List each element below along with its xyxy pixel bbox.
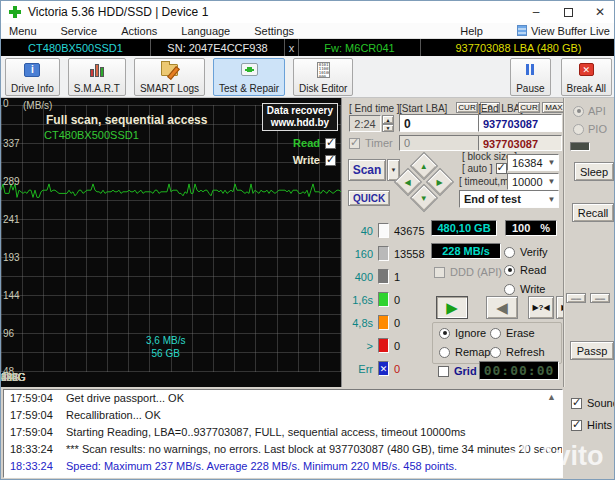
device-model[interactable]: CT480BX500SSD1: [1, 39, 151, 56]
folder-pencil-icon: [159, 61, 179, 79]
log-line-speed-summary: 18:33:24Speed: Maximum 237 MB/s. Average…: [4, 458, 562, 475]
ddd-checkbox: [434, 267, 445, 278]
menu-item-language[interactable]: Language: [169, 25, 242, 37]
remap-radio[interactable]: [439, 347, 450, 358]
device-info-bar: CT480BX500SSD1 SN: 2047E4CCF938 x Fw: M6…: [1, 39, 615, 56]
remap-radio-row[interactable]: Remap: [439, 346, 490, 358]
block-size-combo[interactable]: 16384 ▼: [507, 154, 559, 171]
write-radio[interactable]: [504, 284, 515, 295]
x-tick: 448G: [1, 372, 25, 383]
menu-item-service[interactable]: Service: [49, 25, 110, 37]
disk-editor-button[interactable]: 010110 110011 101000 000 Disk Editor: [293, 58, 353, 96]
y-tick: 0: [3, 98, 9, 109]
menu-item-help[interactable]: Help: [450, 25, 493, 37]
left-arrow-icon: ◀: [405, 178, 411, 187]
view-buffer-live-button[interactable]: View Buffer Live: [517, 25, 615, 37]
close-button[interactable]: ✕: [584, 1, 615, 23]
smart-bars-icon: [87, 61, 107, 79]
smart-button[interactable]: S.M.A.R.T: [68, 58, 126, 96]
end-lba-input[interactable]: 937703087: [478, 114, 562, 132]
chevron-down-icon: ▼: [545, 195, 558, 204]
down-arrow-icon: ▼: [420, 193, 428, 202]
quick-button[interactable]: QUICK: [348, 190, 390, 206]
maximize-button[interactable]: [552, 1, 584, 23]
end-action-combo[interactable]: End of test ▼: [459, 190, 559, 208]
mini-button-2[interactable]: ▬▬: [590, 293, 610, 303]
pause-icon: [520, 61, 540, 79]
legend-row: >0: [345, 338, 400, 353]
read-radio-row[interactable]: Read: [504, 264, 546, 276]
pio-radio: [573, 124, 584, 135]
pause-button[interactable]: Pause: [510, 58, 550, 96]
scan-button[interactable]: Scan: [348, 159, 386, 181]
timeout-combo[interactable]: 10000 ▼: [507, 173, 559, 190]
refresh-radio-row[interactable]: Refresh: [490, 346, 545, 358]
grid-checkbox[interactable]: [438, 366, 449, 377]
write-checkbox[interactable]: [325, 155, 336, 166]
log-line: 18:33:24*** Scan results: no warnings, n…: [4, 441, 562, 458]
end-lba-result: 937703087: [478, 135, 562, 151]
break-all-button[interactable]: ✕ Break All: [561, 58, 612, 96]
speed-graph[interactable]: 337 289 241 193 144 96 48 0 (MB/s) 0 64G…: [1, 98, 342, 387]
y-tick: 241: [3, 214, 20, 225]
y-tick: 337: [3, 138, 20, 149]
erase-radio[interactable]: [490, 328, 501, 339]
api-radio: [573, 106, 584, 117]
end-time-spinner[interactable]: ▲ ▼: [382, 115, 394, 132]
timer-toggle[interactable]: Timer: [349, 137, 393, 149]
drive-info-button[interactable]: i Drive Info: [5, 58, 60, 96]
test-repair-button[interactable]: Test & Repair: [213, 58, 285, 96]
minimize-button[interactable]: –: [520, 1, 552, 23]
sound-toggle[interactable]: Sound: [571, 397, 615, 409]
start-test-button[interactable]: ▶: [436, 296, 468, 319]
hints-checkbox[interactable]: [571, 420, 582, 431]
reverse-button[interactable]: ◀: [486, 296, 518, 319]
grid-toggle[interactable]: Grid: [438, 365, 477, 377]
recall-button[interactable]: Recall: [572, 203, 614, 222]
log-line: 17:59:04Recallibration... OK: [4, 407, 562, 424]
legend-row: 4001: [345, 269, 400, 284]
timer-checkbox[interactable]: [349, 138, 360, 149]
verify-radio[interactable]: [504, 247, 515, 258]
write-toggle[interactable]: Write: [293, 154, 336, 166]
spin-down-icon[interactable]: ▼: [382, 124, 394, 132]
device-x-flag: x: [285, 39, 299, 56]
read-toggle[interactable]: Read: [293, 137, 336, 149]
legend-row: 4,8s0: [345, 315, 400, 330]
y-axis-unit: (MB/s): [23, 100, 52, 111]
auto-toggle[interactable]: [ auto ]: [462, 163, 507, 174]
scan-mode-title: Full scan, sequential access: [46, 113, 207, 127]
y-tick: 289: [3, 176, 20, 187]
end-lba-label: [End LBA]: [478, 103, 523, 114]
title-bar: Victoria 5.36 HDD/SSD | Device 1 – ✕: [1, 1, 615, 23]
legend-row: 4043675: [345, 223, 425, 238]
smart-logs-button[interactable]: SMART Logs: [134, 58, 205, 96]
ignore-radio[interactable]: [439, 328, 450, 339]
passport-button[interactable]: Passp: [570, 341, 614, 360]
start-lba-cur-button[interactable]: CUR: [456, 102, 478, 113]
hints-toggle[interactable]: Hints: [571, 419, 612, 431]
end-lba-cur-button[interactable]: CUR: [518, 102, 540, 113]
read-checkbox[interactable]: [325, 138, 336, 149]
pio-mode-row: PIO: [573, 123, 607, 135]
sound-checkbox[interactable]: [571, 398, 582, 409]
ignore-radio-row[interactable]: Ignore: [439, 327, 486, 339]
log-panel[interactable]: 17:59:04Get drive passport... OK 17:59:0…: [3, 389, 563, 478]
erase-radio-row[interactable]: Erase: [490, 327, 535, 339]
spin-up-icon[interactable]: ▲: [382, 115, 394, 124]
verify-radio-row[interactable]: Verify: [504, 246, 548, 258]
progress-display: 100%: [505, 220, 557, 236]
log-line: 17:59:04Starting Reading, LBA=0..9377030…: [4, 424, 562, 441]
read-radio[interactable]: [504, 265, 515, 276]
jump-to-defect-button[interactable]: ▶?◀: [528, 296, 554, 319]
auto-checkbox[interactable]: [496, 163, 507, 174]
write-radio-row[interactable]: Write: [504, 283, 545, 295]
scroll-up-icon[interactable]: ▲: [547, 392, 556, 402]
menu-item-settings[interactable]: Settings: [242, 25, 306, 37]
refresh-radio[interactable]: [490, 347, 501, 358]
mini-button-1[interactable]: ▬▬: [566, 293, 586, 303]
menu-item-menu[interactable]: Menu: [1, 25, 49, 37]
hdd-by-badge: Data recovery www.hdd.by: [262, 103, 338, 131]
sleep-button[interactable]: Sleep: [574, 162, 614, 181]
menu-item-actions[interactable]: Actions: [109, 25, 169, 37]
